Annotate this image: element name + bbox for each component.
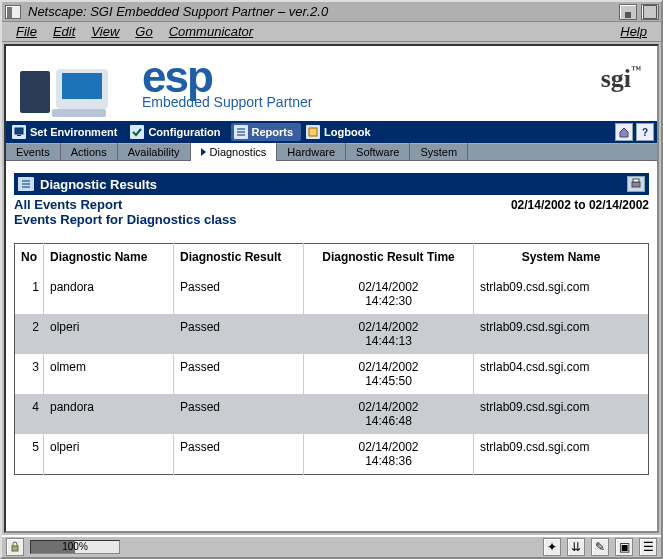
cell-result: Passed <box>174 274 304 314</box>
cell-system: strlab09.csd.sgi.com <box>474 434 649 475</box>
check-icon <box>130 125 144 139</box>
cell-name: olmem <box>44 354 174 394</box>
help-icon[interactable]: ? <box>636 123 654 141</box>
maximize-button[interactable] <box>641 4 659 20</box>
col-system-name: System Name <box>474 244 649 275</box>
tab-hardware[interactable]: Hardware <box>277 143 346 161</box>
cell-no: 3 <box>15 354 44 394</box>
cell-result: Passed <box>174 354 304 394</box>
tab-software[interactable]: Software <box>346 143 410 161</box>
cell-system: strlab09.csd.sgi.com <box>474 314 649 354</box>
table-header-row: No Diagnostic Name Diagnostic Result Dia… <box>15 244 649 275</box>
window-frame: Netscape: SGI Embedded Support Partner –… <box>0 0 663 559</box>
table-row: 4pandoraPassed02/14/200214:46:48strlab09… <box>15 394 649 434</box>
col-diagnostic-result: Diagnostic Result <box>174 244 304 275</box>
browser-viewport: esp Embedded Support Partner sgi™ Set En… <box>4 44 659 533</box>
sgi-brand: sgi™ <box>601 64 641 94</box>
titlebar: Netscape: SGI Embedded Support Partner –… <box>2 2 661 22</box>
cell-time: 02/14/200214:48:36 <box>304 434 474 475</box>
col-diagnostic-name: Diagnostic Name <box>44 244 174 275</box>
svg-rect-10 <box>632 182 640 187</box>
nav-primary: Set Environment Configuration Reports Lo… <box>6 121 657 143</box>
nav-logbook[interactable]: Logbook <box>303 123 378 141</box>
computer-illustration-icon <box>16 49 136 119</box>
status-icon-5[interactable]: ☰ <box>639 538 657 556</box>
cell-time: 02/14/200214:46:48 <box>304 394 474 434</box>
svg-rect-0 <box>15 128 23 134</box>
svg-rect-1 <box>17 135 21 136</box>
menu-file[interactable]: File <box>8 24 45 39</box>
cell-system: strlab09.csd.sgi.com <box>474 274 649 314</box>
cell-system: strlab04.csd.sgi.com <box>474 354 649 394</box>
cell-result: Passed <box>174 434 304 475</box>
cell-time: 02/14/200214:44:13 <box>304 314 474 354</box>
svg-rect-12 <box>12 546 18 551</box>
cell-name: olperi <box>44 434 174 475</box>
tab-availability[interactable]: Availability <box>118 143 191 161</box>
menu-go[interactable]: Go <box>127 24 160 39</box>
menu-help[interactable]: Help <box>612 24 655 39</box>
tab-actions[interactable]: Actions <box>61 143 118 161</box>
cell-time: 02/14/200214:42:30 <box>304 274 474 314</box>
cell-result: Passed <box>174 314 304 354</box>
nav-configuration[interactable]: Configuration <box>127 123 228 141</box>
progress-percent: 100% <box>31 541 119 552</box>
esp-logo-subtitle: Embedded Support Partner <box>142 94 312 110</box>
cell-result: Passed <box>174 394 304 434</box>
cell-name: pandora <box>44 394 174 434</box>
diagnostics-table: No Diagnostic Name Diagnostic Result Dia… <box>14 243 649 475</box>
subheading-diagnostics-class: Events Report for Diagnostics class <box>14 212 649 227</box>
status-icon-3[interactable]: ✎ <box>591 538 609 556</box>
cell-name: pandora <box>44 274 174 314</box>
col-no: No <box>15 244 44 275</box>
svg-rect-11 <box>633 179 639 182</box>
content-area: Diagnostic Results All Events Report 02/… <box>6 161 657 531</box>
table-row: 2olperiPassed02/14/200214:44:13strlab09.… <box>15 314 649 354</box>
progress-bar: 100% <box>30 540 120 554</box>
print-button[interactable] <box>627 176 645 192</box>
panel-title-text: Diagnostic Results <box>40 177 157 192</box>
col-result-time: Diagnostic Result Time <box>304 244 474 275</box>
menu-communicator[interactable]: Communicator <box>161 24 262 39</box>
menu-edit[interactable]: Edit <box>45 24 83 39</box>
esp-banner: esp Embedded Support Partner sgi™ <box>6 46 657 121</box>
nav-reports[interactable]: Reports <box>231 123 302 141</box>
minimize-button[interactable] <box>619 4 637 20</box>
panel-title-bar: Diagnostic Results <box>14 173 649 195</box>
status-security-icon[interactable] <box>6 538 24 556</box>
nav-secondary: Events Actions Availability Diagnostics … <box>6 143 657 161</box>
book-icon <box>306 125 320 139</box>
cell-system: strlab09.csd.sgi.com <box>474 394 649 434</box>
svg-rect-5 <box>309 128 317 136</box>
triangle-right-icon <box>201 148 206 156</box>
nav-set-environment[interactable]: Set Environment <box>9 123 125 141</box>
report-icon <box>18 177 34 191</box>
cell-no: 4 <box>15 394 44 434</box>
home-icon[interactable] <box>615 123 633 141</box>
window-title: Netscape: SGI Embedded Support Partner –… <box>24 4 617 19</box>
menu-view[interactable]: View <box>83 24 127 39</box>
table-row: 3olmemPassed02/14/200214:45:50strlab04.c… <box>15 354 649 394</box>
table-row: 1pandoraPassed02/14/200214:42:30strlab09… <box>15 274 649 314</box>
monitor-icon <box>12 125 26 139</box>
cell-no: 1 <box>15 274 44 314</box>
svg-text:?: ? <box>642 127 648 138</box>
esp-logo-text: esp <box>142 57 312 97</box>
cell-no: 2 <box>15 314 44 354</box>
cell-name: olperi <box>44 314 174 354</box>
subheading-all-events: All Events Report <box>14 197 122 212</box>
date-range: 02/14/2002 to 02/14/2002 <box>511 198 649 212</box>
table-row: 5olperiPassed02/14/200214:48:36strlab09.… <box>15 434 649 475</box>
tab-system[interactable]: System <box>410 143 468 161</box>
menubar: File Edit View Go Communicator Help <box>2 22 661 42</box>
statusbar: 100% ✦ ⇊ ✎ ▣ ☰ <box>2 535 661 557</box>
cell-no: 5 <box>15 434 44 475</box>
list-icon <box>234 125 248 139</box>
tab-events[interactable]: Events <box>6 143 61 161</box>
system-menu-icon[interactable] <box>5 5 21 19</box>
status-icon-1[interactable]: ✦ <box>543 538 561 556</box>
tab-diagnostics[interactable]: Diagnostics <box>191 143 278 161</box>
cell-time: 02/14/200214:45:50 <box>304 354 474 394</box>
status-icon-2[interactable]: ⇊ <box>567 538 585 556</box>
status-icon-4[interactable]: ▣ <box>615 538 633 556</box>
